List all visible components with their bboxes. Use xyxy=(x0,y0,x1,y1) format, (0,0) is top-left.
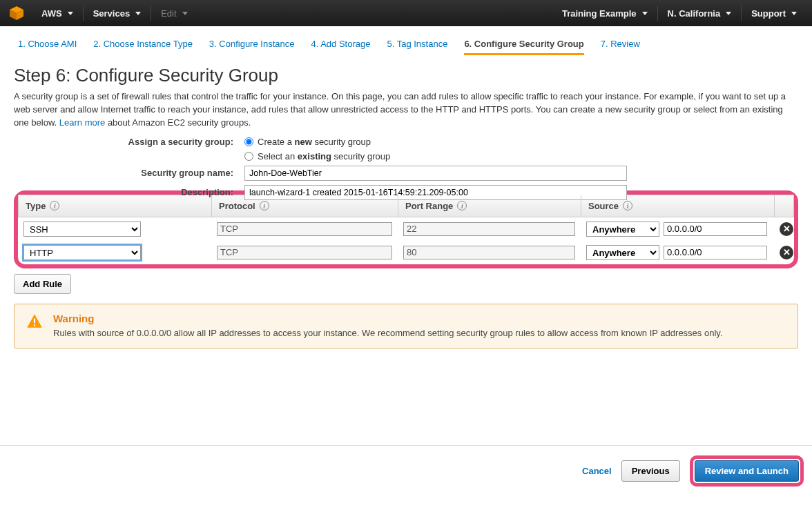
tab-add-storage[interactable]: 4. Add Storage xyxy=(311,39,370,55)
page-description: A security group is a set of firewall ru… xyxy=(14,90,798,130)
rule-cidr-input[interactable] xyxy=(664,246,767,259)
rule-protocol-input xyxy=(217,222,392,236)
info-icon[interactable]: i xyxy=(260,201,269,210)
radio-create-new[interactable] xyxy=(244,137,253,146)
col-source: Sourcei xyxy=(581,195,775,217)
rule-row: HTTPAnywhere✕ xyxy=(18,241,794,264)
nav-separator xyxy=(151,6,151,21)
warning-panel: Warning Rules with source of 0.0.0.0/0 a… xyxy=(14,304,798,349)
nav-separator xyxy=(741,6,742,21)
nav-edit[interactable]: Edit xyxy=(154,8,194,19)
rule-cidr-input[interactable] xyxy=(664,222,767,236)
radio-create-new-label: Create a new security group xyxy=(258,137,371,147)
svg-rect-4 xyxy=(34,324,35,326)
rule-type-select[interactable]: SSH xyxy=(23,222,141,237)
info-icon[interactable]: i xyxy=(457,201,467,210)
nav-region[interactable]: N. California xyxy=(661,8,739,19)
wizard-tabs: 1. Choose AMI 2. Choose Instance Type 3.… xyxy=(0,26,812,61)
tab-review[interactable]: 7. Review xyxy=(601,39,640,55)
caret-icon xyxy=(642,12,648,15)
caret-icon xyxy=(791,12,797,15)
rules-highlight-box: Typei Protocoli Port Rangei Sourcei SSHA… xyxy=(14,190,798,268)
rules-header: Typei Protocoli Port Rangei Sourcei xyxy=(18,195,794,217)
nav-separator xyxy=(83,6,84,21)
assign-sg-label: Assign a security group: xyxy=(14,137,244,147)
caret-icon xyxy=(726,12,731,15)
tab-configure-security-group[interactable]: 6. Configure Security Group xyxy=(464,39,583,55)
tab-choose-instance-type[interactable]: 2. Choose Instance Type xyxy=(93,39,193,55)
tab-tag-instance[interactable]: 5. Tag Instance xyxy=(387,39,447,55)
caret-icon xyxy=(182,12,188,15)
nav-account[interactable]: Training Example xyxy=(555,8,655,19)
col-protocol: Protocoli xyxy=(212,195,398,217)
previous-button[interactable]: Previous xyxy=(621,460,680,482)
caret-icon xyxy=(135,12,141,15)
warning-body: Rules with source of 0.0.0.0/0 allow all… xyxy=(53,327,722,340)
radio-select-existing[interactable] xyxy=(244,152,253,161)
col-type: Typei xyxy=(19,195,212,217)
svg-rect-3 xyxy=(34,318,35,323)
sg-name-label: Security group name: xyxy=(14,168,244,178)
rule-row: SSHAnywhere✕ xyxy=(18,217,794,241)
col-port-range: Port Rangei xyxy=(398,195,581,217)
footer-actions: Cancel Previous Review and Launch xyxy=(0,445,812,496)
tab-configure-instance[interactable]: 3. Configure Instance xyxy=(209,39,295,55)
info-icon[interactable]: i xyxy=(50,201,59,210)
rule-port-input xyxy=(403,246,575,259)
rule-source-select[interactable]: Anywhere xyxy=(586,245,659,260)
radio-select-existing-label: Select an existing security group xyxy=(258,151,390,161)
aws-cube-icon xyxy=(8,5,25,21)
nav-aws[interactable]: AWS xyxy=(35,8,80,19)
remove-rule-button[interactable]: ✕ xyxy=(780,222,793,236)
add-rule-button[interactable]: Add Rule xyxy=(14,274,71,294)
rule-source-select[interactable]: Anywhere xyxy=(586,222,659,237)
learn-more-link[interactable]: Learn more xyxy=(59,117,105,128)
review-and-launch-button[interactable]: Review and Launch xyxy=(695,460,799,482)
warning-icon xyxy=(26,313,44,340)
top-navbar: AWS Services Edit Training Example N. Ca… xyxy=(0,0,812,26)
page-title: Step 6: Configure Security Group xyxy=(14,65,798,86)
rule-port-input xyxy=(403,222,575,236)
cancel-link[interactable]: Cancel xyxy=(582,466,612,476)
sg-name-input[interactable] xyxy=(244,166,627,181)
info-icon[interactable]: i xyxy=(623,201,632,210)
nav-separator xyxy=(657,6,658,21)
rule-type-select[interactable]: HTTP xyxy=(23,245,141,260)
rule-protocol-input xyxy=(217,246,392,259)
review-highlight-box: Review and Launch xyxy=(690,455,804,487)
nav-services[interactable]: Services xyxy=(86,8,148,19)
nav-support[interactable]: Support xyxy=(744,8,804,19)
tab-choose-ami[interactable]: 1. Choose AMI xyxy=(18,39,77,55)
remove-rule-button[interactable]: ✕ xyxy=(780,246,793,259)
caret-icon xyxy=(68,12,73,15)
warning-title: Warning xyxy=(53,313,722,324)
